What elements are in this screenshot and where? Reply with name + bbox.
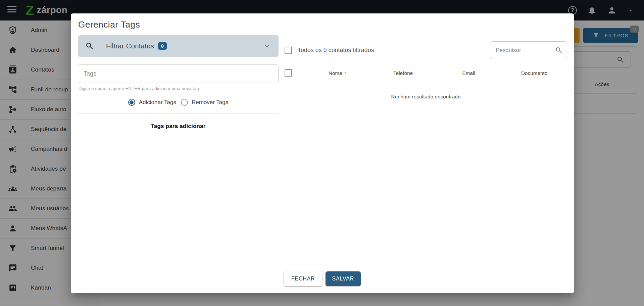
save-button[interactable]: SALVAR: [326, 271, 361, 286]
tags-panel: Filtrar Contatos 0 Digite o nome e apert…: [78, 35, 279, 264]
radio-add-tags[interactable]: Adicionar Tags: [128, 99, 176, 106]
radio-unselected-icon: [181, 99, 188, 106]
sort-asc-icon: ↑: [344, 70, 347, 76]
column-telefone[interactable]: Telefone: [370, 70, 436, 76]
search-icon: [85, 42, 94, 50]
column-email[interactable]: Email: [436, 70, 502, 76]
dialog-title: Gerenciar Tags: [78, 19, 574, 30]
tags-to-add-title: Tags para adicionar: [78, 123, 279, 130]
tags-input[interactable]: [78, 64, 279, 83]
tags-helper-text: Digite o nome e aperte ENTER para adicio…: [78, 86, 279, 91]
select-all-label: Todos os 0 contatos filtrados: [298, 47, 374, 54]
search-icon: [555, 46, 563, 54]
chevron-down-icon: [263, 42, 271, 50]
header-checkbox-cell: [285, 69, 305, 77]
radio-remove-label: Remover Tags: [192, 99, 228, 106]
contacts-table-header: Nome↑ Telefone Email Documento: [285, 69, 567, 77]
divider: [285, 84, 567, 84]
dialog-footer: FECHAR SALVAR: [78, 264, 567, 293]
radio-remove-tags[interactable]: Remover Tags: [181, 99, 228, 106]
manage-tags-dialog: Gerenciar Tags Filtrar Contatos 0 Digite…: [71, 13, 574, 293]
filter-contacts-dropdown[interactable]: Filtrar Contatos 0: [78, 35, 279, 57]
select-all-checkbox[interactable]: [285, 47, 292, 54]
divider: [78, 113, 279, 114]
header-checkbox[interactable]: [285, 69, 292, 77]
radio-selected-icon: [128, 99, 135, 106]
filter-contacts-label: Filtrar Contatos: [106, 42, 154, 50]
filter-count-badge: 0: [158, 42, 167, 50]
contacts-toolbar: Todos os 0 contatos filtrados: [285, 41, 567, 59]
select-all-row[interactable]: Todos os 0 contatos filtrados: [285, 47, 374, 54]
dialog-body: Filtrar Contatos 0 Digite o nome e apert…: [71, 35, 574, 264]
radio-add-label: Adicionar Tags: [139, 99, 176, 106]
column-nome[interactable]: Nome↑: [305, 70, 370, 76]
contacts-panel: Todos os 0 contatos filtrados Nome↑ Tele…: [285, 35, 567, 264]
column-documento[interactable]: Documento: [502, 70, 567, 76]
contacts-search: [490, 41, 567, 59]
screen: Z zárpon ? Admin Dash: [0, 0, 644, 306]
close-button[interactable]: FECHAR: [284, 271, 323, 286]
empty-results-message: Nenhum resultado encontrado: [285, 94, 567, 99]
tag-mode-radio-group: Adicionar Tags Remover Tags: [78, 99, 279, 106]
